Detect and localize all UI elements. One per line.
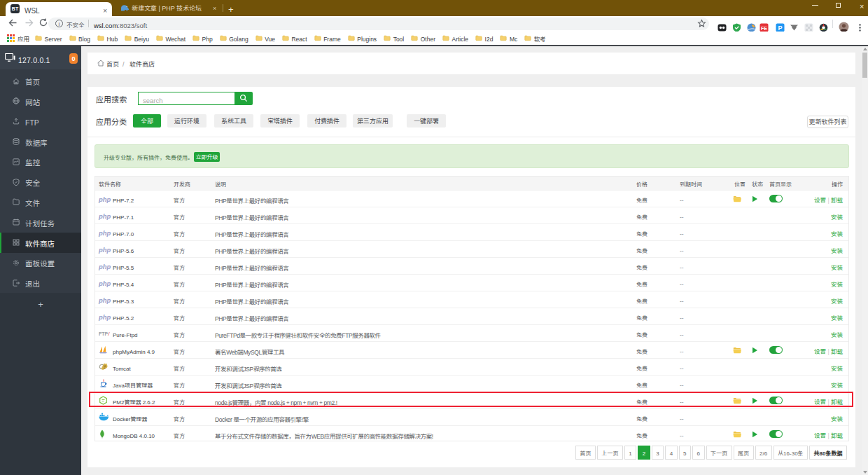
svg-text:FE: FE bbox=[761, 26, 767, 31]
svg-text:P: P bbox=[778, 25, 782, 32]
